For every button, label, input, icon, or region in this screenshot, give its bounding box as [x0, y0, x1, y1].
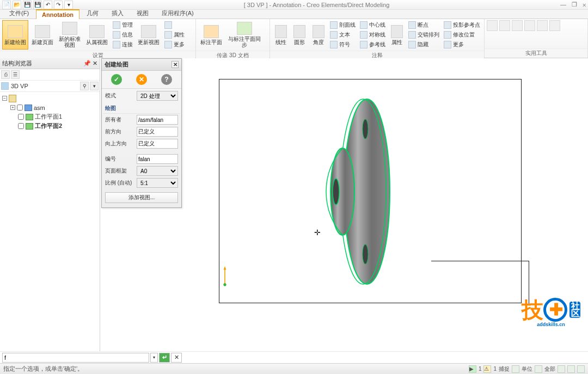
dep-view-label: 从属视图 — [86, 39, 108, 45]
close-icon[interactable]: ⨉ — [583, 1, 586, 8]
angle-dim-button[interactable]: 角度 — [310, 20, 327, 50]
dialog-help-button[interactable]: ? — [161, 74, 172, 85]
cmd-enter-button[interactable]: ↵ — [159, 353, 170, 363]
props-button[interactable]: 属性 — [163, 30, 186, 39]
front-field[interactable] — [137, 127, 178, 137]
new-page-button[interactable]: 新建页面 — [29, 20, 56, 50]
qat-dropdown-icon[interactable]: ▾ — [64, 1, 73, 9]
wp1-checkbox[interactable] — [18, 114, 24, 120]
qat-undo-icon[interactable]: ↶ — [44, 1, 52, 9]
cmd-history-dropdown[interactable]: ▾ — [150, 353, 158, 363]
section-button[interactable]: 剖面线 — [328, 20, 357, 29]
maximize-icon[interactable]: ❐ — [572, 1, 577, 8]
add-view-button[interactable]: 添加视图... — [105, 192, 178, 203]
expander-icon[interactable]: + — [10, 105, 15, 110]
tree-row-wp1[interactable]: 工作平面1 — [1, 112, 99, 121]
dialog-cancel-button[interactable]: ✕ — [136, 74, 147, 85]
tool-5[interactable] — [537, 20, 548, 31]
anno-plane-button[interactable]: 标注平面 — [198, 20, 224, 50]
tool-4[interactable] — [524, 20, 535, 31]
symbol-button[interactable]: 符号 — [328, 40, 357, 49]
scale-select[interactable]: 5:1 — [137, 178, 178, 188]
new-drawing-button[interactable]: 新建绘图 — [2, 20, 28, 50]
tab-annotation[interactable]: Annotation — [36, 9, 79, 19]
status-c-icon[interactable] — [577, 365, 585, 373]
mode-select[interactable]: 2D 处理 — [137, 91, 178, 101]
owner-field[interactable] — [137, 115, 178, 125]
circular-dim-button[interactable]: 圆形 — [291, 20, 308, 50]
tab-app[interactable]: 应用程序(A) — [156, 8, 200, 19]
up-field[interactable] — [137, 139, 178, 149]
status-snap[interactable]: 捕捉 — [499, 365, 510, 373]
more2-button[interactable]: 更多 — [442, 40, 482, 49]
tree-root[interactable]: 3D VP — [11, 83, 28, 89]
new-std-view-button[interactable]: 新的标准视图 — [57, 20, 83, 50]
more-label: 更多 — [174, 41, 185, 48]
breakpt-button[interactable]: 断点 — [407, 20, 441, 29]
tab-geometry[interactable]: 几何 — [81, 8, 105, 19]
more-icon — [164, 41, 172, 48]
status-unit-icon[interactable] — [535, 365, 542, 373]
more-button[interactable]: 更多 — [163, 40, 186, 49]
status-prompt: 指定一个选项，或单击'确定'。 — [3, 365, 469, 373]
asm-checkbox[interactable] — [17, 105, 23, 111]
center-label: 中心线 — [369, 21, 385, 29]
cmd-cancel-button[interactable]: ✕ — [171, 353, 182, 363]
dep-view-button[interactable]: 从属视图 — [84, 20, 110, 50]
tree-row-root[interactable]: − — [1, 94, 99, 103]
anno-plane-label: 标注平面 — [200, 39, 222, 45]
status-unit[interactable]: 单位 — [522, 365, 532, 373]
group-tools-label: 实用工具 — [485, 48, 587, 58]
tool-3[interactable] — [512, 20, 523, 31]
tool-6[interactable] — [549, 20, 560, 31]
status-warn-icon[interactable]: ⚠ — [483, 365, 491, 373]
tool-2[interactable] — [499, 20, 510, 31]
command-input[interactable] — [2, 353, 149, 363]
projref-button[interactable]: 投影参考点 — [442, 20, 482, 29]
info-button[interactable]: 信息 — [111, 30, 134, 39]
modifypos-icon — [444, 31, 451, 39]
linear-dim-button[interactable]: 线性 — [272, 20, 290, 50]
status-snap-icon[interactable] — [512, 365, 519, 373]
sync-button[interactable]: 与标注平面同步 — [225, 20, 264, 50]
link-button[interactable]: 连接 — [111, 40, 134, 49]
update-view-button[interactable]: 更新视图 — [136, 20, 162, 50]
status-a-icon[interactable] — [558, 365, 565, 373]
filter-icon[interactable]: ⚲ — [80, 82, 89, 90]
tree-row-asm[interactable]: + asm — [1, 103, 99, 112]
text-button[interactable]: 文本 — [328, 30, 357, 39]
anno-props-button[interactable]: 属性 — [388, 20, 406, 50]
browser-btn-2[interactable]: ☰ — [11, 70, 20, 79]
filter-drop-icon[interactable]: ▾ — [90, 82, 99, 90]
dialog-close-icon[interactable]: ✕ — [171, 61, 179, 68]
status-all[interactable]: 全部 — [544, 365, 555, 373]
tab-view[interactable]: 视图 — [131, 8, 155, 19]
qat-redo-icon[interactable]: ↷ — [54, 1, 63, 9]
delete-button[interactable] — [163, 20, 186, 29]
hide-button[interactable]: 隐藏 — [407, 40, 441, 49]
refline-button[interactable]: 参考线 — [358, 40, 387, 49]
wp2-checkbox[interactable] — [18, 123, 24, 129]
browser-btn-1[interactable]: ⎙ — [1, 70, 10, 79]
manage-button[interactable]: 管理 — [111, 20, 134, 29]
center-button[interactable]: 中心线 — [358, 20, 387, 29]
status-b-icon[interactable] — [567, 365, 575, 373]
expander-icon[interactable]: − — [2, 96, 7, 101]
tree-row-wp2[interactable]: 工作平面2 — [1, 121, 99, 131]
modifypos-button[interactable]: 修改位置 — [442, 30, 482, 39]
menu-file[interactable]: 文件(F) — [3, 8, 35, 19]
minimize-icon[interactable]: — — [560, 1, 566, 8]
create-drawing-dialog: 创建绘图 ✕ ✓ ✕ ? 模式 2D 处理 绘图 所有者 前方向 — [101, 58, 182, 208]
circular-label: 圆形 — [294, 39, 305, 45]
pattern-icon — [408, 31, 416, 39]
number-field[interactable] — [137, 154, 178, 164]
pattern-button[interactable]: 交错排列 — [407, 30, 441, 39]
tool-1[interactable] — [487, 20, 498, 31]
scale-label: 比例 (自动) — [105, 179, 134, 187]
symline-button[interactable]: 对称线 — [358, 30, 387, 39]
status-play-icon[interactable]: ▶ — [469, 365, 476, 373]
frame-select[interactable]: A0 — [137, 166, 178, 176]
panel-pin-icon[interactable]: 📌 ✕ — [83, 60, 97, 67]
dialog-ok-button[interactable]: ✓ — [111, 74, 122, 85]
tab-insert[interactable]: 插入 — [106, 8, 130, 19]
